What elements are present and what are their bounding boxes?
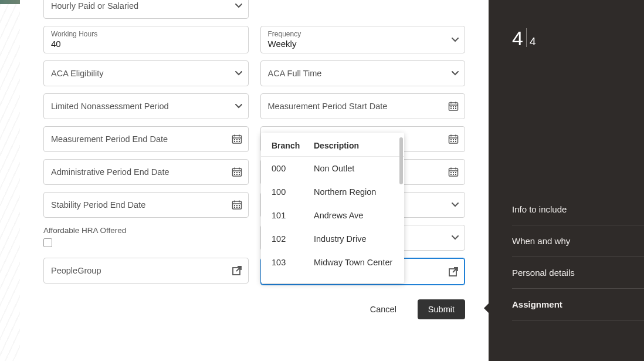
- aca-full-time-select[interactable]: ACA Full Time: [260, 60, 466, 86]
- hourly-salaried-select[interactable]: Hourly Paid or Salaried: [43, 0, 249, 19]
- limited-nonassessment-label: Limited Nonassessment Period: [51, 102, 225, 111]
- popup-row[interactable]: 102Industry Drive: [261, 227, 404, 251]
- wizard-nav: Info to include When and why Personal de…: [512, 194, 644, 320]
- progress-current: 4: [512, 28, 523, 48]
- svg-rect-7: [450, 108, 452, 109]
- svg-rect-47: [450, 174, 452, 175]
- measurement-start-date-input[interactable]: Measurement Period Start Date: [260, 93, 466, 119]
- popup-row-desc: Industry Drive: [314, 234, 366, 244]
- popup-row-desc: Andrews Ave: [314, 211, 363, 220]
- svg-rect-26: [455, 139, 456, 140]
- calendar-icon[interactable]: [232, 134, 242, 144]
- chevron-down-icon: [235, 71, 242, 76]
- svg-rect-59: [239, 207, 240, 208]
- chevron-down-icon: [452, 38, 459, 42]
- main-area: Hourly Paid or Salaried Working Hours 40…: [0, 0, 489, 361]
- progress-separator: [526, 28, 527, 47]
- popup-row[interactable]: 000Non Outlet: [261, 157, 404, 180]
- svg-rect-38: [236, 174, 238, 175]
- svg-rect-56: [239, 205, 240, 206]
- svg-rect-4: [450, 106, 452, 107]
- branch-lookup-popup: Branch Description 000Non Outlet 100Nort…: [261, 133, 404, 283]
- affordable-hra-label: Affordable HRA Offered: [43, 226, 249, 235]
- limited-nonassessment-select[interactable]: Limited Nonassessment Period: [43, 93, 249, 119]
- svg-rect-25: [453, 139, 454, 140]
- svg-rect-55: [236, 205, 238, 206]
- popup-row-code: 102: [272, 234, 314, 244]
- svg-rect-45: [453, 172, 454, 173]
- svg-rect-19: [239, 141, 240, 142]
- svg-rect-57: [234, 207, 235, 208]
- popup-row-code: 103: [272, 258, 314, 267]
- aca-eligibility-label: ACA Eligibility: [51, 69, 225, 78]
- calendar-icon[interactable]: [448, 101, 459, 112]
- progress-total: 4: [530, 36, 536, 48]
- popup-row-code: 000: [272, 164, 314, 173]
- calendar-icon[interactable]: [232, 167, 242, 177]
- stability-end-date-label: Stability Period End Date: [51, 200, 225, 210]
- nav-item-personal[interactable]: Personal details: [512, 257, 644, 289]
- svg-rect-6: [455, 106, 456, 107]
- svg-rect-18: [236, 141, 238, 142]
- svg-rect-58: [236, 207, 238, 208]
- assignment-form-panel: Hourly Paid or Salaried Working Hours 40…: [20, 0, 489, 333]
- svg-rect-34: [234, 172, 235, 173]
- aca-full-time-label: ACA Full Time: [268, 69, 442, 78]
- popup-col-branch: Branch: [272, 141, 314, 150]
- frequency-value: Weekly: [268, 39, 442, 49]
- svg-rect-27: [450, 141, 452, 142]
- measurement-end-date-input[interactable]: Measurement Period End Date: [43, 126, 249, 152]
- submit-button[interactable]: Submit: [418, 299, 465, 319]
- popup-row[interactable]: 101Andrews Ave: [261, 204, 404, 227]
- svg-rect-49: [455, 174, 456, 175]
- nav-item-assignment[interactable]: Assignment: [512, 289, 644, 320]
- affordable-hra-checkbox[interactable]: [43, 238, 52, 247]
- frequency-label: Frequency: [268, 30, 442, 38]
- popup-row[interactable]: 100Northern Region: [261, 180, 404, 204]
- svg-rect-8: [453, 108, 454, 109]
- measurement-start-date-label: Measurement Period Start Date: [268, 102, 442, 111]
- svg-rect-15: [236, 139, 238, 140]
- frequency-select[interactable]: Frequency Weekly: [260, 26, 466, 53]
- cancel-button[interactable]: Cancel: [360, 299, 407, 319]
- popup-row[interactable]: 103Midway Town Center: [261, 251, 404, 274]
- chevron-down-icon: [452, 235, 459, 240]
- popup-row-desc: Northern Region: [314, 187, 376, 197]
- aca-eligibility-select[interactable]: ACA Eligibility: [43, 60, 249, 86]
- people-group-label: PeopleGroup: [51, 266, 225, 275]
- working-hours-input[interactable]: Working Hours 40: [43, 26, 249, 53]
- chevron-down-icon: [235, 104, 242, 109]
- svg-rect-37: [234, 174, 235, 175]
- decorative-gutter: [0, 4, 20, 361]
- popup-scrollbar[interactable]: [399, 137, 403, 184]
- launch-icon[interactable]: [232, 265, 242, 276]
- svg-rect-16: [239, 139, 240, 140]
- nav-item-when[interactable]: When and why: [512, 225, 644, 257]
- launch-icon[interactable]: [448, 266, 459, 277]
- svg-rect-24: [450, 139, 452, 140]
- chevron-down-icon: [235, 4, 242, 8]
- svg-rect-14: [234, 139, 235, 140]
- measurement-end-date-label: Measurement Period End Date: [51, 134, 225, 144]
- popup-col-description: Description: [314, 141, 359, 150]
- wizard-progress: 4 4: [512, 28, 536, 48]
- calendar-icon[interactable]: [448, 134, 459, 144]
- popup-row-desc: Midway Town Center: [314, 258, 392, 267]
- active-step-pointer: [484, 303, 489, 313]
- admin-end-date-input[interactable]: Administrative Period End Date: [43, 159, 249, 185]
- form-actions: Cancel Submit: [20, 285, 489, 319]
- svg-rect-46: [455, 172, 456, 173]
- calendar-icon[interactable]: [232, 200, 242, 210]
- nav-item-info[interactable]: Info to include: [512, 194, 644, 225]
- calendar-icon[interactable]: [448, 167, 459, 177]
- people-group-input[interactable]: PeopleGroup: [43, 258, 249, 284]
- chevron-down-icon: [452, 71, 459, 76]
- svg-rect-54: [234, 205, 235, 206]
- stability-end-date-input[interactable]: Stability Period End Date: [43, 192, 249, 218]
- popup-row-code: 100: [272, 187, 314, 197]
- working-hours-label: Working Hours: [51, 30, 225, 38]
- popup-row-desc: Non Outlet: [314, 164, 354, 173]
- svg-rect-28: [453, 141, 454, 142]
- chevron-down-icon: [452, 203, 459, 207]
- hourly-salaried-label: Hourly Paid or Salaried: [51, 1, 225, 11]
